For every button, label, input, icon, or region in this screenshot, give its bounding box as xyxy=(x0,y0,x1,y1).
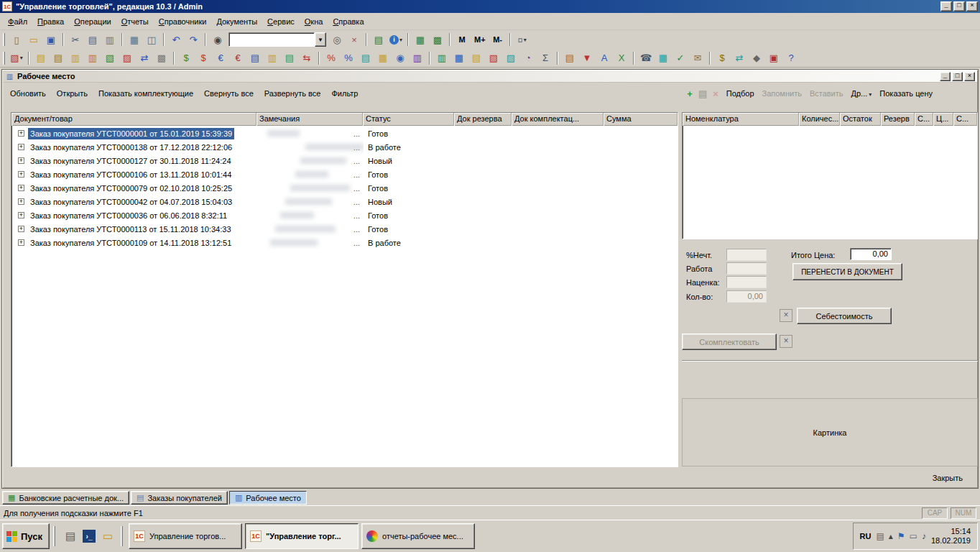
price-setting-icon[interactable]: % xyxy=(323,50,339,66)
column-header[interactable]: С... xyxy=(953,113,977,126)
expand-icon[interactable]: + xyxy=(18,185,24,191)
menu-item-7[interactable]: Сервис xyxy=(262,14,300,29)
rabota-field[interactable] xyxy=(726,262,767,275)
combo-dropdown-icon[interactable]: ▼ xyxy=(315,32,326,47)
nomenclature-icon[interactable]: ▦ xyxy=(375,50,391,66)
advance-report-icon[interactable]: ▤ xyxy=(282,50,297,66)
expand-icon[interactable]: + xyxy=(18,157,24,164)
price-list-icon[interactable]: ▤ xyxy=(358,50,374,66)
expand-icon[interactable]: + xyxy=(18,239,24,246)
ws-action-right-3[interactable]: Вставить xyxy=(810,89,843,98)
transfer-to-document-button[interactable]: ПЕРЕНЕСТИ В ДОКУМЕНТ xyxy=(792,263,902,280)
dropdown-arrow-icon[interactable]: ▾ xyxy=(20,55,23,61)
mail-icon[interactable]: ✉ xyxy=(690,50,706,66)
task-area-grip[interactable] xyxy=(121,526,123,546)
expand-icon[interactable]: + xyxy=(18,171,24,178)
clear-assemble-button[interactable]: × xyxy=(780,335,792,348)
clear-cost-button[interactable]: × xyxy=(780,309,792,322)
nacenka-field[interactable] xyxy=(726,276,767,288)
volume-icon[interactable]: ♪ xyxy=(922,532,926,540)
doc-label[interactable]: Заказ покупателя УТСТ0000138 от 17.12.20… xyxy=(28,142,234,153)
ws-action-1[interactable]: Обновить xyxy=(10,89,46,98)
window-tab-3[interactable]: ▥Рабочее место xyxy=(229,491,307,505)
ws-action-right-4[interactable]: Др...▾ xyxy=(851,89,872,98)
doc-label[interactable]: Заказ покупателя УТСТ0000042 от 04.07.20… xyxy=(28,196,234,208)
find-icon[interactable]: ◉ xyxy=(210,32,226,47)
payment-out-icon[interactable]: € xyxy=(230,50,246,66)
column-header[interactable]: Док резерва xyxy=(454,113,512,126)
flag-icon[interactable]: ⚑ xyxy=(897,532,905,540)
clock[interactable]: 15:14 18.02.2019 xyxy=(931,527,971,546)
receipt-doc-icon[interactable]: ▧ xyxy=(102,50,118,66)
supplier-order-icon[interactable]: ▤ xyxy=(50,50,66,66)
column-header[interactable]: Ц... xyxy=(933,113,953,126)
search-input[interactable] xyxy=(228,32,315,47)
taskbar-task-2[interactable]: 1С"Управление торг... xyxy=(245,523,359,549)
stock-report-icon[interactable]: ▦ xyxy=(451,50,467,66)
shell-icon[interactable]: ›_ xyxy=(80,525,98,547)
payment-in-icon[interactable]: € xyxy=(213,50,228,66)
menu-item-3[interactable]: Операции xyxy=(69,14,116,29)
maximize-button[interactable]: □ xyxy=(953,1,965,12)
new-document-icon[interactable]: ▯ xyxy=(9,32,24,47)
print-icon[interactable]: ▦ xyxy=(126,32,142,47)
add-icon[interactable]: + xyxy=(687,89,693,98)
doc-row[interactable]: +Заказ покупателя УТСТ0000036 от 06.06.2… xyxy=(12,208,677,222)
settlements-icon[interactable]: ⇆ xyxy=(299,50,315,66)
calc-m-button[interactable]: M xyxy=(454,32,470,47)
doc-label[interactable]: Заказ покупателя УТСТ0000106 от 13.11.20… xyxy=(28,169,234,180)
customer-order-icon[interactable]: ▤ xyxy=(33,50,49,66)
menu-item-8[interactable]: Окна xyxy=(300,14,328,29)
workspace-close-button[interactable]: × xyxy=(964,72,975,81)
save-icon[interactable]: ▣ xyxy=(43,32,59,47)
tasks-icon[interactable]: ✓ xyxy=(672,50,688,66)
interface-menu-icon[interactable]: ▧▾ xyxy=(9,50,24,66)
doc-label[interactable]: Заказ покупателя УТСТ0000127 от 30.11.20… xyxy=(28,155,234,167)
window-tab-1[interactable]: ▦Банковские расчетные док... xyxy=(2,491,129,505)
copy-value-icon[interactable]: ▤ xyxy=(371,32,387,47)
ws-action-4[interactable]: Свернуть все xyxy=(204,89,254,98)
exchange-icon[interactable]: ⇄ xyxy=(731,50,747,66)
contracts-icon[interactable]: ▥ xyxy=(410,50,425,66)
counterparties-icon[interactable]: ◉ xyxy=(392,50,408,66)
calc-m-minus-button[interactable]: M- xyxy=(490,32,506,47)
doc-row[interactable]: +Заказ покупателя УТСТ0000106 от 13.11.2… xyxy=(12,167,677,181)
close-button[interactable]: × xyxy=(966,1,978,12)
invoice-icon[interactable]: ▥ xyxy=(68,50,83,66)
printer-icon[interactable]: ▤ xyxy=(876,532,884,540)
column-header[interactable]: Количес... xyxy=(799,113,840,126)
return-doc-icon[interactable]: ▨ xyxy=(119,50,135,66)
column-header[interactable]: Резерв xyxy=(881,113,915,126)
assemble-button[interactable]: Скомплектовать xyxy=(682,334,777,350)
doc-row[interactable]: +Заказ покупателя УТСТ0000042 от 04.07.2… xyxy=(12,195,677,208)
ws-action-2[interactable]: Открыть xyxy=(57,89,88,98)
doc-label[interactable]: Заказ покупателя УТСТ0000109 от 14.11.20… xyxy=(28,237,234,249)
menu-item-6[interactable]: Документы xyxy=(211,14,262,29)
kolvo-field[interactable]: 0,00 xyxy=(726,290,767,303)
itogo-field[interactable]: 0,00 xyxy=(850,248,892,260)
doc-label[interactable]: Заказ покупателя УТСТ0000001 от 15.01.20… xyxy=(28,128,234,139)
doc-row[interactable]: +Заказ покупателя УТСТ0000001 от 15.01.2… xyxy=(12,126,677,140)
taskbar-task-1[interactable]: 1СУправление торгов... xyxy=(129,523,242,549)
paste-icon[interactable]: ▥ xyxy=(102,32,118,47)
calendar-icon[interactable]: ▦ xyxy=(655,50,671,66)
devices-icon[interactable]: ▤ xyxy=(61,525,80,547)
info-icon[interactable]: i▾ xyxy=(388,32,404,47)
expand-icon[interactable]: + xyxy=(18,198,24,205)
orders-analysis-icon[interactable]: ▤ xyxy=(562,50,578,66)
calc-m-plus-button[interactable]: M+ xyxy=(471,32,489,47)
doc-row[interactable]: +Заказ покупателя УТСТ0000109 от 14.11.2… xyxy=(12,236,677,249)
abc-analysis-icon[interactable]: A xyxy=(596,50,612,66)
doc-table-body[interactable]: +Заказ покупателя УТСТ0000001 от 15.01.2… xyxy=(12,126,677,466)
find-clear-icon[interactable]: × xyxy=(346,32,362,47)
movement-doc-icon[interactable]: ⇄ xyxy=(137,50,152,66)
necht-field[interactable] xyxy=(726,249,767,261)
external-processing-icon[interactable]: ▣ xyxy=(766,50,782,66)
column-header[interactable]: Сумма xyxy=(604,113,678,126)
search-combo[interactable]: ▼ xyxy=(228,32,326,47)
folder-icon[interactable]: ▭ xyxy=(98,525,117,547)
print-preview-icon[interactable]: ◫ xyxy=(144,32,160,47)
column-header[interactable]: Замечания xyxy=(256,113,363,126)
menu-item-9[interactable]: Справка xyxy=(328,14,369,29)
column-header[interactable]: С... xyxy=(915,113,933,126)
